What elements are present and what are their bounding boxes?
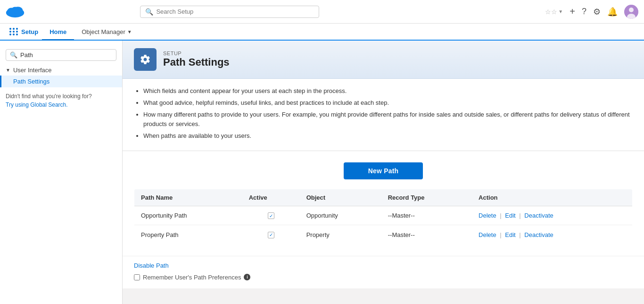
edit-link-1[interactable]: Edit <box>505 212 515 219</box>
favorites-icon[interactable]: ☆☆ ▼ <box>545 8 563 16</box>
active-checkbox-1[interactable]: ✓ <box>268 212 274 219</box>
sidebar-item-path-settings[interactable]: Path Settings <box>0 76 122 87</box>
top-nav-icons: ☆☆ ▼ + ? ⚙ 🔔 <box>545 5 638 19</box>
info-icon[interactable]: i <box>244 274 250 280</box>
svg-point-5 <box>629 8 634 12</box>
search-input[interactable] <box>156 8 314 15</box>
salesforce-logo[interactable] <box>6 5 25 18</box>
new-path-area: New Path <box>123 151 644 189</box>
edit-link-2[interactable]: Edit <box>505 231 515 238</box>
table-section: Path Name Active Object Record Type Acti… <box>123 189 644 256</box>
col-path-name: Path Name <box>134 189 242 206</box>
action-cell-2: Delete | Edit | Deactivate <box>472 225 632 245</box>
sidebar-search-input[interactable] <box>20 51 112 59</box>
deactivate-link-1[interactable]: Deactivate <box>524 212 553 219</box>
search-icon: 🔍 <box>145 8 153 16</box>
action-links-2: Delete | Edit | Deactivate <box>479 231 553 238</box>
chevron-down-icon: ▼ <box>6 68 10 73</box>
search-bar[interactable]: 🔍 <box>140 6 319 18</box>
active-cell-1: ✓ <box>242 206 300 225</box>
paths-table: Path Name Active Object Record Type Acti… <box>134 189 633 245</box>
second-navigation: Setup Home Object Manager ▼ <box>0 24 644 41</box>
description-item-1: Which fields and content appear for your… <box>143 86 633 96</box>
setup-label: SETUP <box>163 51 230 56</box>
svg-point-3 <box>11 7 19 13</box>
nav-home[interactable]: Home <box>42 24 74 40</box>
nav-object-manager[interactable]: Object Manager ▼ <box>74 24 139 40</box>
description-item-4: When paths are available to your users. <box>143 131 633 141</box>
sidebar-search-icon: 🔍 <box>10 51 17 59</box>
sidebar-section-header-user-interface[interactable]: ▼ User Interface <box>0 65 122 76</box>
global-search-link[interactable]: Try using Global Search. <box>6 101 68 108</box>
sidebar: 🔍 ▼ User Interface Path Settings Didn't … <box>0 41 123 304</box>
app-launcher[interactable]: Setup <box>6 28 42 35</box>
disable-path-link[interactable]: Disable Path <box>134 262 169 269</box>
page-header-text: SETUP Path Settings <box>163 51 230 68</box>
action-links-1: Delete | Edit | Deactivate <box>479 212 553 219</box>
sidebar-search-box[interactable]: 🔍 <box>6 49 116 61</box>
record-type-1: --Master-- <box>381 206 472 225</box>
object-2: Property <box>300 225 381 245</box>
content-inner: SETUP Path Settings Which fields and con… <box>123 41 644 288</box>
active-cell-2: ✓ <box>242 225 300 245</box>
sidebar-not-found-text: Didn't find what you're looking for? Try… <box>0 87 122 114</box>
remember-preference: Remember User's Path Preferences i <box>134 274 633 281</box>
table-row: Property Path ✓ Property --Master-- Dele… <box>134 225 633 245</box>
footer-section: Disable Path Remember User's Path Prefer… <box>123 256 644 288</box>
avatar[interactable] <box>624 5 638 19</box>
col-record-type: Record Type <box>381 189 472 206</box>
settings-icon[interactable]: ⚙ <box>593 7 601 17</box>
new-path-button[interactable]: New Path <box>344 162 423 179</box>
app-launcher-dots <box>9 28 18 35</box>
top-navigation: 🔍 ☆☆ ▼ + ? ⚙ 🔔 <box>0 0 644 24</box>
table-row: Opportunity Path ✓ Opportunity --Master-… <box>134 206 633 225</box>
page-header-icon <box>134 48 157 71</box>
help-icon[interactable]: ? <box>582 7 586 17</box>
description-list: Which fields and content appear for your… <box>134 86 633 141</box>
table-header-row: Path Name Active Object Record Type Acti… <box>134 189 633 206</box>
remember-pref-checkbox[interactable] <box>134 274 140 280</box>
main-layout: 🔍 ▼ User Interface Path Settings Didn't … <box>0 41 644 304</box>
remember-pref-label: Remember User's Path Preferences <box>143 274 241 281</box>
notifications-icon[interactable]: 🔔 <box>607 7 618 17</box>
add-icon[interactable]: + <box>570 6 575 17</box>
record-type-2: --Master-- <box>381 225 472 245</box>
description-item-2: What good advice, helpful reminds, usefu… <box>143 98 633 108</box>
page-title: Path Settings <box>163 56 230 68</box>
delete-link-1[interactable]: Delete <box>479 212 496 219</box>
sidebar-section-user-interface: ▼ User Interface Path Settings <box>0 65 122 87</box>
object-1: Opportunity <box>300 206 381 225</box>
active-checkbox-2[interactable]: ✓ <box>268 232 274 238</box>
delete-link-2[interactable]: Delete <box>479 231 496 238</box>
col-active: Active <box>242 189 300 206</box>
app-name: Setup <box>21 28 38 35</box>
action-cell-1: Delete | Edit | Deactivate <box>472 206 632 225</box>
deactivate-link-2[interactable]: Deactivate <box>524 231 553 238</box>
description-section: Which fields and content appear for your… <box>123 79 644 151</box>
page-header: SETUP Path Settings <box>123 41 644 79</box>
path-name-1: Opportunity Path <box>134 206 242 225</box>
content-area: SETUP Path Settings Which fields and con… <box>123 41 644 304</box>
description-item-3: How many different paths to provide to y… <box>143 110 633 130</box>
col-object: Object <box>300 189 381 206</box>
chevron-down-icon: ▼ <box>127 29 132 34</box>
col-action: Action <box>472 189 632 206</box>
path-name-2: Property Path <box>134 225 242 245</box>
